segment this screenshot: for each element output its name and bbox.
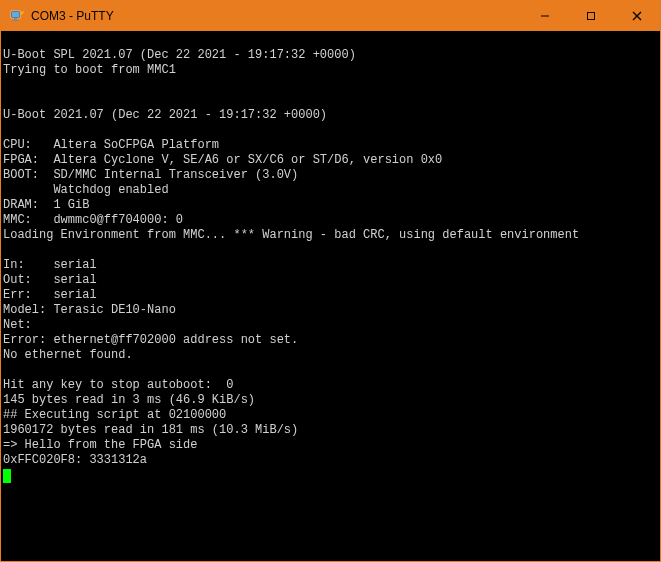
svg-rect-3 <box>12 20 19 21</box>
svg-rect-5 <box>588 13 595 20</box>
terminal-cursor <box>3 469 11 483</box>
maximize-button[interactable] <box>568 1 614 31</box>
putty-icon <box>9 8 25 24</box>
titlebar[interactable]: COM3 - PuTTY <box>1 1 660 31</box>
window-controls <box>522 1 660 31</box>
svg-rect-1 <box>12 12 19 17</box>
terminal-text: U-Boot SPL 2021.07 (Dec 22 2021 - 19:17:… <box>3 48 579 467</box>
svg-rect-2 <box>14 18 17 20</box>
putty-window: COM3 - PuTTY U-Boot SPL 2021.07 (Dec 22 … <box>0 0 661 562</box>
window-title: COM3 - PuTTY <box>31 9 522 23</box>
terminal-output[interactable]: U-Boot SPL 2021.07 (Dec 22 2021 - 19:17:… <box>1 31 660 561</box>
close-button[interactable] <box>614 1 660 31</box>
minimize-button[interactable] <box>522 1 568 31</box>
